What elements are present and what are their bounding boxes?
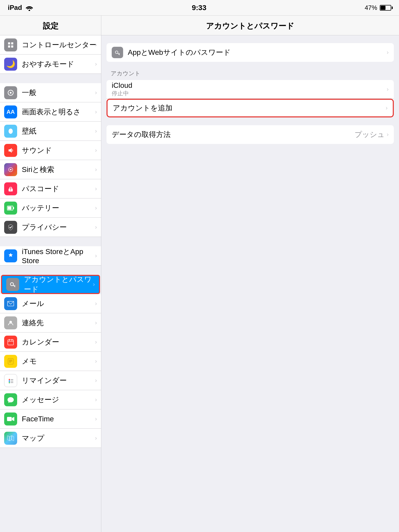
right-password-row[interactable]: AppとWebサイトのパスワード › bbox=[107, 43, 394, 62]
sidebar-section-1: コントロールセンター › 🌙 おやすみモード › bbox=[0, 35, 101, 74]
svg-rect-3 bbox=[8, 45, 10, 48]
reminders-icon bbox=[4, 374, 17, 387]
chevron-icon: › bbox=[95, 166, 97, 173]
battery-setting-icon bbox=[4, 202, 17, 215]
chevron-icon: › bbox=[95, 42, 97, 48]
svg-point-26 bbox=[9, 380, 10, 382]
sidebar-item-contacts[interactable]: 連絡先 › bbox=[0, 313, 101, 332]
messages-icon bbox=[4, 393, 17, 406]
sidebar-item-siri[interactable]: Siriと検索 › bbox=[0, 160, 101, 179]
sidebar-item-passcode[interactable]: パスコード › bbox=[0, 179, 101, 198]
right-accounts-section-label: アカウント bbox=[107, 70, 394, 77]
sidebar-item-messages-label: メッセージ bbox=[22, 395, 59, 405]
sidebar-item-sounds[interactable]: サウンド › bbox=[0, 141, 101, 160]
right-password-chevron: › bbox=[387, 49, 389, 56]
sidebar-item-mail[interactable]: メール › bbox=[0, 294, 101, 313]
wifi-icon bbox=[25, 5, 34, 11]
mail-icon bbox=[4, 297, 17, 310]
wallpaper-icon bbox=[4, 125, 17, 138]
chevron-icon: › bbox=[95, 224, 97, 231]
chevron-icon: › bbox=[95, 416, 97, 422]
chevron-icon: › bbox=[93, 281, 95, 288]
right-accounts-section: アカウント iCloud 停止中 › アカウントを追加 › bbox=[107, 70, 394, 117]
svg-rect-31 bbox=[7, 417, 12, 421]
chevron-icon: › bbox=[95, 377, 97, 384]
sidebar-item-passcode-label: パスコード bbox=[22, 184, 59, 194]
sidebar-item-notes-label: メモ bbox=[22, 356, 37, 366]
status-bar: iPad 9:33 47% bbox=[0, 0, 399, 16]
chevron-icon: › bbox=[95, 396, 97, 403]
sidebar-item-accounts-label: アカウントとパスワード bbox=[24, 275, 95, 294]
right-datafetch-value: プッシュ bbox=[355, 130, 385, 139]
sidebar-header: 設定 bbox=[0, 16, 101, 35]
sidebar-item-do-not-disturb[interactable]: 🌙 おやすみモード › bbox=[0, 55, 101, 74]
right-panel: アカウントとパスワード AppとWebサイトのパスワード › アカウント bbox=[101, 16, 399, 532]
right-add-account-row[interactable]: アカウントを追加 › bbox=[107, 99, 394, 117]
sidebar-item-accounts-passwords[interactable]: アカウントとパスワード › bbox=[1, 275, 100, 294]
chevron-icon: › bbox=[95, 89, 97, 96]
sidebar-item-battery[interactable]: バッテリー › bbox=[0, 198, 101, 218]
status-time: 9:33 bbox=[192, 4, 206, 12]
chevron-icon: › bbox=[95, 61, 97, 68]
device-label: iPad bbox=[8, 4, 22, 12]
sidebar-item-calendar-label: カレンダー bbox=[22, 337, 59, 347]
svg-rect-17 bbox=[8, 340, 14, 345]
svg-marker-33 bbox=[8, 436, 14, 441]
right-icloud-row[interactable]: iCloud 停止中 › bbox=[107, 80, 394, 99]
right-datafetch-card: データの取得方法 プッシュ › bbox=[107, 125, 394, 144]
right-icloud-subtitle: 停止中 bbox=[112, 90, 389, 97]
svg-rect-13 bbox=[13, 207, 14, 209]
sidebar-item-wallpaper[interactable]: 壁紙 › bbox=[0, 122, 101, 141]
password-row-icon bbox=[112, 47, 123, 58]
sidebar-gap-3 bbox=[0, 265, 101, 275]
main-container: 設定 コントロールセンター › 🌙 おやすみモード › bbox=[0, 16, 399, 532]
right-datafetch-title: データの取得方法 bbox=[112, 130, 355, 139]
right-panel-header: アカウントとパスワード bbox=[101, 16, 399, 35]
right-password-row-title: AppとWebサイトのパスワード bbox=[128, 48, 231, 56]
sidebar-item-general[interactable]: 一般 › bbox=[0, 83, 101, 102]
chevron-icon: › bbox=[95, 300, 97, 307]
do-not-disturb-icon: 🌙 bbox=[4, 58, 17, 71]
sidebar-item-control-center[interactable]: コントロールセンター › bbox=[0, 35, 101, 55]
sidebar-item-maps[interactable]: マップ › bbox=[0, 429, 101, 448]
display-icon: AA bbox=[4, 105, 17, 118]
chevron-icon: › bbox=[95, 252, 97, 259]
sidebar-gap-1 bbox=[0, 74, 101, 83]
chevron-icon: › bbox=[95, 358, 97, 365]
calendar-icon bbox=[4, 336, 17, 349]
sidebar-item-general-label: 一般 bbox=[22, 88, 36, 98]
svg-point-0 bbox=[29, 10, 30, 11]
sidebar-section-2: 一般 › AA 画面表示と明るさ › 壁紙 › bbox=[0, 83, 101, 237]
svg-point-25 bbox=[9, 379, 10, 380]
chevron-icon: › bbox=[95, 185, 97, 192]
svg-rect-2 bbox=[11, 42, 13, 44]
sidebar-item-itunes-appstore[interactable]: iTunes StoreとApp Store › bbox=[0, 246, 101, 265]
chevron-icon: › bbox=[95, 147, 97, 154]
svg-rect-12 bbox=[8, 207, 11, 210]
sidebar-item-privacy[interactable]: プライバシー › bbox=[0, 218, 101, 237]
sidebar-item-facetime[interactable]: FaceTime › bbox=[0, 409, 101, 429]
svg-point-6 bbox=[10, 92, 12, 94]
siri-icon bbox=[4, 163, 17, 176]
chevron-icon: › bbox=[95, 205, 97, 211]
sidebar-item-facetime-label: FaceTime bbox=[22, 415, 54, 423]
sidebar-item-siri-label: Siriと検索 bbox=[22, 165, 54, 175]
sidebar-item-messages[interactable]: メッセージ › bbox=[0, 390, 101, 409]
right-datafetch-row[interactable]: データの取得方法 プッシュ › bbox=[107, 125, 394, 144]
right-datafetch-section: データの取得方法 プッシュ › bbox=[107, 125, 394, 144]
passcode-icon bbox=[4, 182, 17, 195]
sidebar-item-wallpaper-label: 壁紙 bbox=[22, 126, 36, 136]
sidebar-item-itunes-label: iTunes StoreとApp Store bbox=[22, 247, 97, 265]
status-left: iPad bbox=[8, 4, 34, 12]
chevron-icon: › bbox=[95, 339, 97, 345]
sidebar-item-battery-label: バッテリー bbox=[22, 203, 59, 213]
sidebar-item-calendar[interactable]: カレンダー › bbox=[0, 332, 101, 352]
sidebar-item-privacy-label: プライバシー bbox=[22, 222, 67, 232]
sidebar-title: 設定 bbox=[43, 22, 58, 30]
svg-marker-32 bbox=[12, 417, 14, 421]
right-icloud-chevron: › bbox=[387, 86, 389, 93]
sidebar-item-notes[interactable]: メモ › bbox=[0, 352, 101, 371]
sidebar-item-sounds-label: サウンド bbox=[22, 145, 52, 155]
sidebar-item-reminders[interactable]: リマインダー › bbox=[0, 371, 101, 390]
sidebar-item-display[interactable]: AA 画面表示と明るさ › bbox=[0, 102, 101, 122]
